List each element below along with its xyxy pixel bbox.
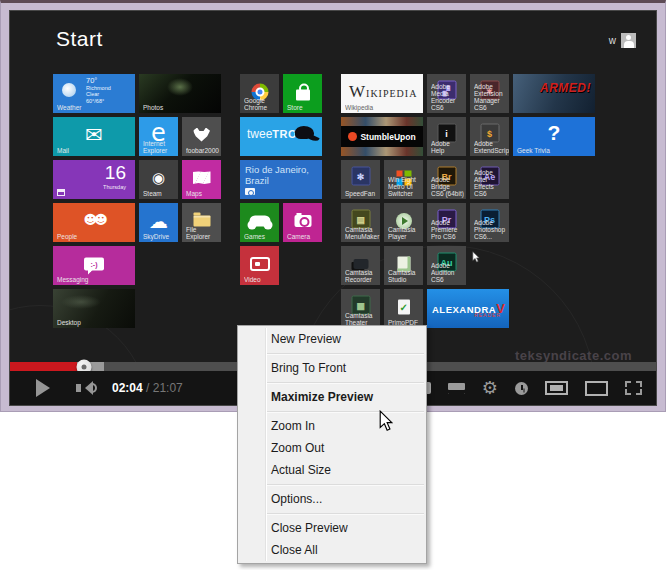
- question-icon: ?: [548, 121, 561, 145]
- large-player-icon[interactable]: [585, 381, 608, 396]
- tile-adobe-extension-manager: ∗Adobe Extension Manager CS6: [470, 74, 509, 113]
- tile-tweetro: tweeTRO: [240, 117, 322, 156]
- tile-adobe-photoshop: PsAdobe Photoshop CS6...: [470, 203, 509, 242]
- steam-icon: ◉: [152, 169, 165, 187]
- menu-item-options[interactable]: Options...: [238, 488, 426, 510]
- wikipedia-brand: WIKIPEDIA: [349, 82, 417, 102]
- tile-google-chrome: Google Chrome: [240, 74, 279, 113]
- store-icon: [296, 89, 310, 100]
- tile-label: Steam: [143, 190, 176, 197]
- menu-item-actual-size[interactable]: Actual Size: [238, 459, 426, 481]
- calendar-icon: [57, 189, 65, 196]
- tile-alexandra-reader: ALEXANDRAVREADER: [427, 289, 509, 328]
- menu-item-zoom-out[interactable]: Zoom Out: [238, 437, 426, 459]
- play-button[interactable]: [36, 379, 50, 397]
- map-icon: [193, 171, 211, 184]
- volume-button[interactable]: [76, 381, 98, 395]
- menu-item-maximize-preview[interactable]: Maximize Preview: [238, 386, 426, 408]
- tile-label: Mail: [57, 147, 133, 154]
- tile-camtasia-theater: ▦Camtasia Theater: [341, 289, 380, 328]
- tile-label: Google Chrome: [244, 97, 277, 111]
- user-name: w: [609, 35, 616, 46]
- mouse-cursor-icon: [379, 410, 393, 432]
- fullscreen-icon[interactable]: [625, 381, 642, 395]
- tile-label: Video: [244, 276, 277, 283]
- tile-adobe-bridge: BrAdobe Bridge CS6 (64bit): [427, 160, 466, 199]
- time-separator: /: [143, 381, 153, 395]
- time-duration: 21:07: [153, 381, 183, 395]
- tile-row: 16Thursday◉SteamMaps: [53, 160, 221, 199]
- tile-armed: ARMED!: [513, 74, 595, 113]
- menu-item-zoom-in[interactable]: Zoom In: [238, 415, 426, 437]
- tile-desktop: Desktop: [53, 289, 135, 328]
- tile-label: SpeedFan: [345, 190, 378, 197]
- tile-video: Video: [240, 246, 279, 285]
- menu-item-close-all[interactable]: Close All: [238, 539, 426, 561]
- people-icon: ☻☻: [83, 211, 104, 226]
- settings-gear-icon[interactable]: [482, 379, 498, 398]
- fox-icon: [193, 128, 210, 142]
- envelope-icon: ✉: [85, 123, 103, 147]
- tile-adobe-audition: AuAdobe Audition CS6: [427, 246, 466, 285]
- tile-camera: Camera: [283, 203, 322, 242]
- tile-label: Adobe Photoshop CS6...: [474, 219, 507, 240]
- tile-label: Desktop: [57, 319, 133, 326]
- menu-item-new-preview[interactable]: New Preview: [238, 328, 426, 350]
- tile-label: Adobe After Effects CS6: [474, 169, 507, 197]
- player-right-icons: [413, 379, 656, 398]
- tile-label: Games: [244, 233, 277, 240]
- tile-geek-trivia: ?Geek Trivia: [513, 117, 595, 156]
- tile-weather: 70°RichmondClear60°/68°Weather: [53, 74, 135, 113]
- time-display: 02:04 / 21:07: [112, 381, 183, 395]
- tile-label: Adobe ExtendScript...: [474, 140, 507, 154]
- tile-skydrive: ☁SkyDrive: [139, 203, 178, 242]
- photo-strip: [341, 147, 423, 156]
- captions-icon[interactable]: [448, 383, 465, 394]
- tile-label: Adobe Bridge CS6 (64bit): [431, 176, 464, 197]
- tile-store: Store: [283, 74, 322, 113]
- camera-icon: [294, 215, 311, 227]
- armed-brand: ARMED!: [540, 81, 591, 95]
- tile-camtasia-menumaker: ▤Camtasia MenuMaker: [341, 203, 380, 242]
- tile-foobar2000: foobar2000: [182, 117, 221, 156]
- watch-later-icon[interactable]: [515, 382, 528, 395]
- time-current: 02:04: [112, 381, 143, 395]
- cam-rec-icon: [353, 259, 368, 269]
- tile-group: WIKIPEDIAWikipedia▞Adobe Media Encoder C…: [341, 74, 595, 332]
- tile-messaging: :-)Messaging: [53, 246, 135, 285]
- user-avatar-icon: [621, 33, 636, 48]
- tile-row: tweeTRO: [240, 117, 322, 156]
- bird-icon: [295, 126, 314, 139]
- tile-calendar: 16Thursday: [53, 160, 135, 199]
- tile-steam: ◉Steam: [139, 160, 178, 199]
- menu-separator: [267, 411, 424, 412]
- tile-games: Games: [240, 203, 279, 242]
- tile-camtasia-player: Camtasia Player: [384, 203, 423, 242]
- tile-label: Adobe Help: [431, 140, 464, 154]
- tile-row: Google ChromeStore: [240, 74, 322, 113]
- menu-item-bring-to-front[interactable]: Bring To Front: [238, 357, 426, 379]
- calendar-date: 16: [105, 162, 126, 184]
- menu-separator: [267, 382, 424, 383]
- tile-row: ✻SpeedFanWin Eight Metro UI SwitcherBrAd…: [341, 160, 595, 199]
- tile-label: Camtasia Player: [388, 226, 421, 240]
- menu-item-close-preview[interactable]: Close Preview: [238, 517, 426, 539]
- calendar-day: Thursday: [103, 184, 126, 190]
- menu-separator: [267, 513, 424, 514]
- tile-label: Store: [287, 104, 320, 111]
- tile-adobe-media-encoder: ▞Adobe Media Encoder CS6: [427, 74, 466, 113]
- video-recorded-cursor-icon: [472, 251, 480, 263]
- tile-label: Weather: [57, 104, 133, 111]
- tile-travel: Rio de Janeiro, Brazil: [240, 160, 322, 199]
- app-logo-icon: ✻: [351, 167, 370, 186]
- stumbleupon-band: StumbleUpon: [341, 126, 423, 147]
- tile-label: Camera: [287, 233, 320, 240]
- tile-label: Adobe Audition CS6: [431, 262, 464, 283]
- tile-label: Camtasia MenuMaker: [345, 226, 378, 240]
- folder-icon: [193, 215, 210, 226]
- tile-label: Adobe Premiere Pro CS6: [431, 219, 464, 240]
- tile-mail: ✉Mail: [53, 117, 135, 156]
- video-cam-icon: [250, 257, 270, 271]
- theater-mode-icon[interactable]: [545, 381, 568, 395]
- tile-adobe-extendscript: $Adobe ExtendScript...: [470, 117, 509, 156]
